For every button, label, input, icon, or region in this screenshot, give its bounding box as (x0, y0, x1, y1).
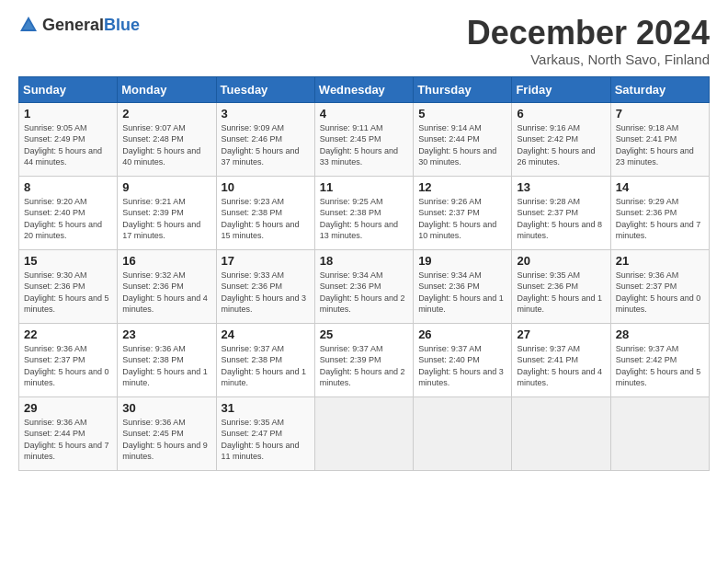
logo-general: GeneralBlue (42, 16, 140, 35)
calendar-week-row: 8 Sunrise: 9:20 AM Sunset: 2:40 PM Dayli… (19, 176, 710, 249)
logo: GeneralBlue (18, 15, 140, 35)
calendar-cell: 21 Sunrise: 9:36 AM Sunset: 2:37 PM Dayl… (610, 249, 709, 323)
calendar-cell: 9 Sunrise: 9:21 AM Sunset: 2:39 PM Dayli… (118, 176, 216, 249)
day-info: Sunrise: 9:32 AM Sunset: 2:36 PM Dayligh… (122, 270, 208, 315)
day-info: Sunrise: 9:36 AM Sunset: 2:37 PM Dayligh… (616, 270, 701, 315)
weekday-header-monday: Monday (118, 76, 216, 102)
day-number: 1 (24, 107, 112, 121)
calendar-week-row: 29 Sunrise: 9:36 AM Sunset: 2:44 PM Dayl… (19, 396, 710, 470)
day-info: Sunrise: 9:16 AM Sunset: 2:42 PM Dayligh… (517, 123, 595, 167)
calendar-cell: 8 Sunrise: 9:20 AM Sunset: 2:40 PM Dayli… (19, 176, 118, 249)
day-info: Sunrise: 9:34 AM Sunset: 2:36 PM Dayligh… (320, 270, 405, 315)
day-number: 12 (418, 180, 506, 194)
calendar-body: 1 Sunrise: 9:05 AM Sunset: 2:49 PM Dayli… (19, 102, 710, 470)
calendar-cell: 6 Sunrise: 9:16 AM Sunset: 2:42 PM Dayli… (512, 102, 610, 176)
day-number: 19 (418, 254, 506, 268)
day-number: 5 (418, 107, 506, 121)
day-info: Sunrise: 9:18 AM Sunset: 2:41 PM Dayligh… (616, 123, 694, 167)
weekday-header-sunday: Sunday (19, 76, 118, 102)
day-info: Sunrise: 9:30 AM Sunset: 2:36 PM Dayligh… (24, 270, 109, 315)
calendar-week-row: 15 Sunrise: 9:30 AM Sunset: 2:36 PM Dayl… (19, 249, 710, 323)
day-info: Sunrise: 9:37 AM Sunset: 2:41 PM Dayligh… (517, 344, 602, 388)
day-info: Sunrise: 9:29 AM Sunset: 2:36 PM Dayligh… (616, 197, 701, 241)
day-info: Sunrise: 9:34 AM Sunset: 2:36 PM Dayligh… (418, 270, 504, 315)
day-info: Sunrise: 9:09 AM Sunset: 2:46 PM Dayligh… (222, 123, 300, 167)
day-number: 21 (616, 254, 704, 268)
calendar-cell: 29 Sunrise: 9:36 AM Sunset: 2:44 PM Dayl… (19, 396, 118, 470)
weekday-header-friday: Friday (512, 76, 610, 102)
day-info: Sunrise: 9:26 AM Sunset: 2:37 PM Dayligh… (418, 197, 496, 241)
day-info: Sunrise: 9:36 AM Sunset: 2:38 PM Dayligh… (122, 344, 208, 388)
day-number: 22 (24, 327, 112, 341)
day-info: Sunrise: 9:07 AM Sunset: 2:48 PM Dayligh… (122, 123, 200, 167)
calendar-header: SundayMondayTuesdayWednesdayThursdayFrid… (19, 76, 710, 102)
calendar-cell: 10 Sunrise: 9:23 AM Sunset: 2:38 PM Dayl… (216, 176, 314, 249)
day-number: 29 (24, 401, 112, 415)
calendar-cell: 5 Sunrise: 9:14 AM Sunset: 2:44 PM Dayli… (414, 102, 512, 176)
calendar-cell: 22 Sunrise: 9:36 AM Sunset: 2:37 PM Dayl… (19, 323, 118, 396)
weekday-header-tuesday: Tuesday (216, 76, 314, 102)
calendar-cell (414, 396, 512, 470)
day-info: Sunrise: 9:37 AM Sunset: 2:38 PM Dayligh… (222, 344, 307, 388)
calendar-cell (314, 396, 413, 470)
calendar-table: SundayMondayTuesdayWednesdayThursdayFrid… (18, 76, 710, 471)
day-info: Sunrise: 9:14 AM Sunset: 2:44 PM Dayligh… (418, 123, 496, 167)
calendar-cell: 1 Sunrise: 9:05 AM Sunset: 2:49 PM Dayli… (19, 102, 118, 176)
day-info: Sunrise: 9:36 AM Sunset: 2:45 PM Dayligh… (122, 418, 208, 462)
weekday-header-wednesday: Wednesday (314, 76, 413, 102)
day-number: 8 (24, 180, 112, 194)
calendar-cell: 7 Sunrise: 9:18 AM Sunset: 2:41 PM Dayli… (610, 102, 709, 176)
calendar-cell: 11 Sunrise: 9:25 AM Sunset: 2:38 PM Dayl… (314, 176, 413, 249)
day-info: Sunrise: 9:05 AM Sunset: 2:49 PM Dayligh… (24, 123, 102, 167)
logo-icon (18, 15, 39, 35)
calendar-cell: 17 Sunrise: 9:33 AM Sunset: 2:36 PM Dayl… (216, 249, 314, 323)
day-number: 11 (320, 180, 408, 194)
day-number: 25 (320, 327, 408, 341)
day-number: 7 (616, 107, 704, 121)
day-number: 26 (418, 327, 506, 341)
calendar-cell: 23 Sunrise: 9:36 AM Sunset: 2:38 PM Dayl… (118, 323, 216, 396)
calendar-title: December 2024 (467, 15, 710, 52)
day-number: 17 (222, 254, 310, 268)
day-number: 13 (517, 180, 605, 194)
calendar-cell: 16 Sunrise: 9:32 AM Sunset: 2:36 PM Dayl… (118, 249, 216, 323)
day-info: Sunrise: 9:23 AM Sunset: 2:38 PM Dayligh… (222, 197, 300, 241)
calendar-cell: 13 Sunrise: 9:28 AM Sunset: 2:37 PM Dayl… (512, 176, 610, 249)
day-number: 27 (517, 327, 605, 341)
calendar-cell: 15 Sunrise: 9:30 AM Sunset: 2:36 PM Dayl… (19, 249, 118, 323)
day-number: 28 (616, 327, 704, 341)
day-number: 20 (517, 254, 605, 268)
calendar-cell: 19 Sunrise: 9:34 AM Sunset: 2:36 PM Dayl… (414, 249, 512, 323)
weekday-header-saturday: Saturday (610, 76, 709, 102)
calendar-cell (610, 396, 709, 470)
day-info: Sunrise: 9:35 AM Sunset: 2:36 PM Dayligh… (517, 270, 602, 315)
calendar-cell: 3 Sunrise: 9:09 AM Sunset: 2:46 PM Dayli… (216, 102, 314, 176)
calendar-cell: 24 Sunrise: 9:37 AM Sunset: 2:38 PM Dayl… (216, 323, 314, 396)
calendar-cell: 20 Sunrise: 9:35 AM Sunset: 2:36 PM Dayl… (512, 249, 610, 323)
calendar-cell: 27 Sunrise: 9:37 AM Sunset: 2:41 PM Dayl… (512, 323, 610, 396)
calendar-cell: 12 Sunrise: 9:26 AM Sunset: 2:37 PM Dayl… (414, 176, 512, 249)
day-info: Sunrise: 9:36 AM Sunset: 2:44 PM Dayligh… (24, 418, 109, 462)
calendar-cell: 18 Sunrise: 9:34 AM Sunset: 2:36 PM Dayl… (314, 249, 413, 323)
day-number: 31 (222, 401, 310, 415)
day-info: Sunrise: 9:36 AM Sunset: 2:37 PM Dayligh… (24, 344, 109, 388)
calendar-week-row: 22 Sunrise: 9:36 AM Sunset: 2:37 PM Dayl… (19, 323, 710, 396)
weekday-header-thursday: Thursday (414, 76, 512, 102)
day-number: 14 (616, 180, 704, 194)
day-number: 16 (122, 254, 210, 268)
calendar-cell: 26 Sunrise: 9:37 AM Sunset: 2:40 PM Dayl… (414, 323, 512, 396)
day-info: Sunrise: 9:33 AM Sunset: 2:36 PM Dayligh… (222, 270, 307, 315)
day-number: 15 (24, 254, 112, 268)
calendar-subtitle: Varkaus, North Savo, Finland (467, 52, 710, 67)
day-number: 24 (222, 327, 310, 341)
day-number: 6 (517, 107, 605, 121)
day-info: Sunrise: 9:37 AM Sunset: 2:42 PM Dayligh… (616, 344, 701, 388)
calendar-week-row: 1 Sunrise: 9:05 AM Sunset: 2:49 PM Dayli… (19, 102, 710, 176)
day-number: 30 (122, 401, 210, 415)
calendar-cell: 28 Sunrise: 9:37 AM Sunset: 2:42 PM Dayl… (610, 323, 709, 396)
day-info: Sunrise: 9:11 AM Sunset: 2:45 PM Dayligh… (320, 123, 398, 167)
day-info: Sunrise: 9:28 AM Sunset: 2:37 PM Dayligh… (517, 197, 602, 241)
day-info: Sunrise: 9:37 AM Sunset: 2:40 PM Dayligh… (418, 344, 504, 388)
calendar-cell: 14 Sunrise: 9:29 AM Sunset: 2:36 PM Dayl… (610, 176, 709, 249)
day-number: 2 (122, 107, 210, 121)
